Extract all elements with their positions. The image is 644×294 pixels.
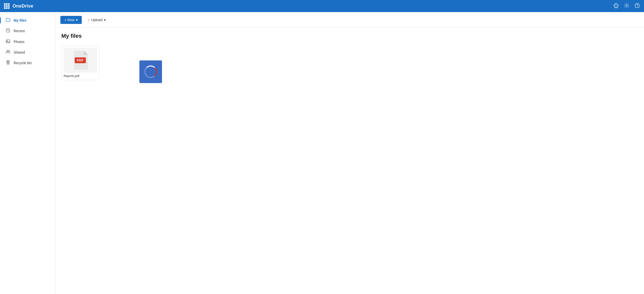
spinner-ring bbox=[144, 65, 157, 78]
loading-spinner-overlay bbox=[139, 60, 162, 83]
topbar: OneDrive bbox=[0, 0, 644, 12]
sidebar-item-recent[interactable]: Recent bbox=[2, 26, 54, 36]
people-icon bbox=[6, 50, 11, 55]
file-card-reports-pdf[interactable]: PDF Reports.pdf bbox=[61, 45, 99, 80]
photo-icon bbox=[6, 39, 11, 45]
pdf-badge: PDF bbox=[75, 57, 86, 63]
new-button[interactable]: + New ▾ bbox=[60, 16, 82, 24]
svg-point-4 bbox=[637, 7, 637, 7]
diamond-icon[interactable] bbox=[613, 3, 619, 10]
svg-point-2 bbox=[626, 5, 627, 6]
upload-button[interactable]: ↑ Upload ▾ bbox=[84, 16, 109, 24]
sidebar-label-shared: Shared bbox=[14, 50, 25, 54]
page-title: My files bbox=[61, 33, 638, 39]
sidebar-item-recycle-bin[interactable]: Recycle bin bbox=[2, 58, 54, 68]
page-content: My files PDF Reports.pdf bbox=[55, 28, 644, 85]
sidebar-item-my-files[interactable]: My files bbox=[2, 15, 54, 25]
toolbar: + New ▾ ↑ Upload ▾ bbox=[55, 12, 644, 28]
upload-arrow-icon: ↑ bbox=[88, 18, 90, 22]
content-area: + New ▾ ↑ Upload ▾ My files bbox=[55, 12, 644, 294]
sidebar: My files Recent Photos bbox=[0, 12, 55, 294]
file-name-reports-pdf: Reports.pdf bbox=[64, 74, 97, 78]
new-chevron-icon: ▾ bbox=[76, 18, 78, 22]
svg-marker-0 bbox=[614, 3, 618, 8]
sidebar-item-photos[interactable]: Photos bbox=[2, 36, 54, 47]
sidebar-label-photos: Photos bbox=[14, 40, 25, 44]
upload-chevron-icon: ▾ bbox=[104, 18, 106, 22]
file-grid: PDF Reports.pdf bbox=[61, 45, 638, 80]
new-button-label: + New bbox=[64, 18, 74, 22]
waffle-icon[interactable] bbox=[4, 3, 10, 9]
main-layout: My files Recent Photos bbox=[0, 12, 644, 294]
help-icon[interactable] bbox=[634, 3, 640, 10]
topbar-right bbox=[613, 3, 640, 10]
sidebar-item-shared[interactable]: Shared bbox=[2, 47, 54, 57]
sidebar-label-recycle-bin: Recycle bin bbox=[14, 61, 32, 65]
trash-icon bbox=[6, 60, 11, 66]
svg-point-9 bbox=[9, 50, 10, 52]
folder-icon bbox=[6, 18, 11, 23]
topbar-left: OneDrive bbox=[4, 3, 33, 9]
file-thumbnail-reports-pdf: PDF bbox=[64, 48, 97, 73]
svg-point-7 bbox=[7, 41, 8, 41]
sidebar-label-recent: Recent bbox=[14, 29, 25, 33]
app-title: OneDrive bbox=[13, 4, 33, 9]
upload-button-label: Upload bbox=[91, 18, 102, 22]
sidebar-label-my-files: My files bbox=[14, 18, 26, 22]
gear-icon[interactable] bbox=[624, 3, 629, 10]
svg-point-8 bbox=[7, 50, 8, 52]
clock-icon bbox=[6, 28, 11, 34]
